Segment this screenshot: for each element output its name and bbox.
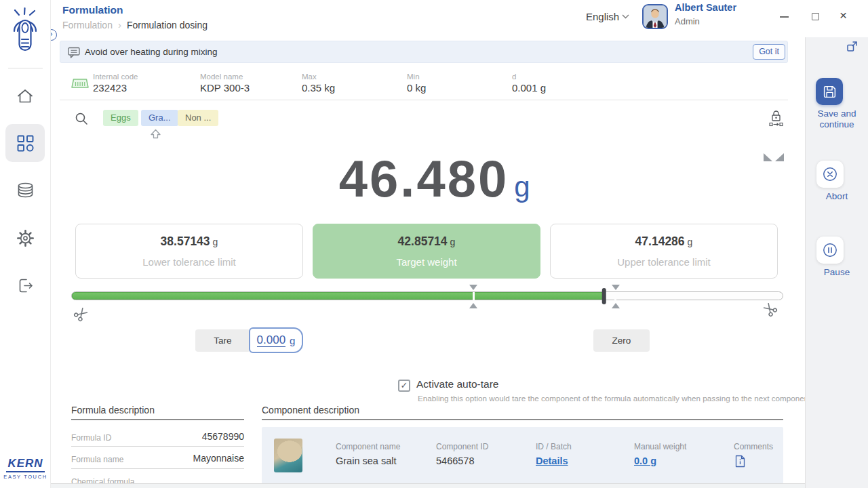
lower-tolerance-unit: g bbox=[213, 237, 218, 247]
cut-upper-icon[interactable] bbox=[759, 298, 780, 319]
formula-row-value: Mayonnaise bbox=[193, 453, 245, 464]
kern-logo-tagline: EASY TOUCH bbox=[0, 474, 51, 480]
zero-button[interactable]: Zero bbox=[593, 329, 650, 352]
marker-triangle-up-icon bbox=[469, 303, 477, 308]
tare-unit: g bbox=[290, 335, 295, 346]
upper-tolerance-label: Upper tolerance limit bbox=[551, 256, 777, 268]
settings-gear-icon[interactable] bbox=[16, 229, 35, 247]
abort-circle-x-icon bbox=[822, 166, 838, 182]
component-thumbnail bbox=[274, 439, 302, 472]
app-window: KERN EASY TOUCH Formulation Formulation›… bbox=[0, 0, 868, 488]
search-icon[interactable] bbox=[75, 112, 88, 125]
device-field-value: KDP 300-3 bbox=[200, 82, 250, 94]
left-sidebar: KERN EASY TOUCH bbox=[0, 0, 51, 488]
user-role: Admin bbox=[675, 16, 700, 26]
chevron-down-icon bbox=[622, 14, 629, 19]
manual-weight-link[interactable]: 0.0 g bbox=[634, 455, 656, 466]
lower-tolerance-card: 38.57143g Lower tolerance limit bbox=[75, 224, 303, 279]
weighing-platform-icon bbox=[71, 78, 90, 89]
component-section-title: Component description bbox=[262, 405, 359, 415]
formula-row-label: Formula name bbox=[71, 455, 123, 464]
component-chip-current[interactable]: Gra... bbox=[141, 110, 178, 126]
apps-grid-icon[interactable] bbox=[16, 134, 35, 152]
pause-label[interactable]: Pause bbox=[806, 267, 867, 278]
dosing-bar-current-tick[interactable] bbox=[602, 288, 607, 304]
device-field-value: 0.001 g bbox=[512, 82, 546, 94]
target-weight-card: 42.85714g Target weight bbox=[313, 224, 540, 279]
component-section-rule bbox=[262, 419, 783, 420]
user-avatar[interactable] bbox=[642, 4, 668, 29]
device-field-value: 232423 bbox=[93, 82, 127, 94]
id-batch-details-link[interactable]: Details bbox=[536, 455, 568, 466]
sidebar-divider bbox=[8, 68, 43, 68]
device-field-label: d bbox=[512, 73, 516, 81]
comments-document-icon[interactable] bbox=[735, 455, 745, 468]
component-field-label: Component ID bbox=[436, 442, 488, 451]
weight-value: 46.480 bbox=[339, 150, 509, 207]
home-icon[interactable] bbox=[16, 87, 35, 105]
component-chip-eggs[interactable]: Eggs bbox=[103, 110, 138, 126]
pause-button[interactable] bbox=[816, 237, 844, 264]
user-name: Albert Sauter bbox=[675, 2, 736, 13]
checkmark-icon: ✓ bbox=[399, 381, 409, 390]
save-and-continue-label[interactable]: Save and continue bbox=[806, 108, 867, 130]
database-icon[interactable] bbox=[16, 182, 35, 200]
target-weight-value: 42.85714 bbox=[398, 235, 448, 248]
component-field-label: Manual weight bbox=[634, 442, 686, 451]
lower-tolerance-label: Lower tolerance limit bbox=[76, 256, 302, 268]
component-chip-non[interactable]: Non ... bbox=[178, 110, 218, 126]
upper-tolerance-unit: g bbox=[688, 237, 693, 247]
device-info-row: Internal code 232423 Model name KDP 300-… bbox=[60, 68, 788, 100]
device-field-label: Min bbox=[407, 73, 420, 81]
component-field-label: Component name bbox=[336, 442, 400, 451]
device-field-label: Model name bbox=[200, 73, 243, 81]
breadcrumb-separator-icon: › bbox=[118, 19, 121, 30]
dosing-bar-fill bbox=[72, 292, 604, 300]
marker-notch bbox=[473, 292, 475, 301]
device-field-value: 0 kg bbox=[407, 82, 426, 94]
stability-indicator-icon bbox=[764, 153, 784, 162]
language-selector[interactable]: English bbox=[586, 11, 629, 22]
marker-triangle-down-icon bbox=[612, 285, 620, 290]
logout-icon[interactable] bbox=[16, 277, 35, 295]
got-it-button[interactable]: Got it bbox=[753, 44, 785, 60]
tare-value-input[interactable]: 0.000 g bbox=[249, 327, 303, 353]
device-field-label: Internal code bbox=[93, 73, 138, 81]
weight-unit: g bbox=[514, 171, 530, 203]
message-bubble-icon bbox=[68, 47, 81, 58]
abort-button[interactable] bbox=[816, 161, 844, 188]
window-maximize-button[interactable] bbox=[812, 13, 819, 20]
upper-tolerance-marker bbox=[611, 285, 620, 308]
component-name-value: Grain sea salt bbox=[336, 455, 396, 466]
language-label: English bbox=[586, 11, 619, 22]
locked-sequence-icon[interactable] bbox=[769, 108, 783, 127]
auto-tare-label[interactable]: Activate auto-tare bbox=[416, 378, 498, 390]
window-minimize-button[interactable] bbox=[780, 16, 789, 18]
formula-section-rule bbox=[71, 419, 244, 420]
marker-triangle-down-icon bbox=[469, 285, 477, 290]
breadcrumb-parent[interactable]: Formulation bbox=[62, 20, 113, 30]
expand-icon[interactable] bbox=[846, 41, 858, 52]
component-id-value: 5466578 bbox=[436, 455, 474, 466]
page-title: Formulation bbox=[62, 4, 123, 16]
horizontal-scrollbar[interactable] bbox=[51, 483, 805, 488]
lower-tolerance-value: 38.57143 bbox=[161, 235, 210, 248]
marker-triangle-up-icon bbox=[612, 303, 620, 308]
abort-label[interactable]: Abort bbox=[806, 191, 867, 202]
lower-tolerance-marker bbox=[469, 285, 478, 308]
save-and-continue-button[interactable] bbox=[816, 78, 843, 105]
window-close-button[interactable]: × bbox=[840, 9, 847, 22]
kern-logo-text: KERN bbox=[6, 457, 44, 472]
formula-row: Formula ID 45678990 bbox=[71, 427, 244, 447]
notification-bar: Avoid over heating during mixing Got it bbox=[60, 41, 788, 63]
tare-button[interactable]: Tare bbox=[195, 329, 250, 352]
device-field-label: Max bbox=[302, 73, 317, 81]
tare-value[interactable]: 0.000 bbox=[257, 333, 286, 347]
component-card: Component name Grain sea salt Component … bbox=[262, 427, 783, 484]
formula-section-title: Formula description bbox=[71, 405, 155, 415]
upper-tolerance-value: 47.14286 bbox=[635, 235, 685, 248]
save-floppy-icon bbox=[823, 85, 837, 99]
auto-tare-checkbox[interactable]: ✓ bbox=[398, 380, 410, 392]
cut-lower-icon[interactable] bbox=[71, 303, 92, 324]
upper-tolerance-card: 47.14286g Upper tolerance limit bbox=[550, 224, 778, 279]
